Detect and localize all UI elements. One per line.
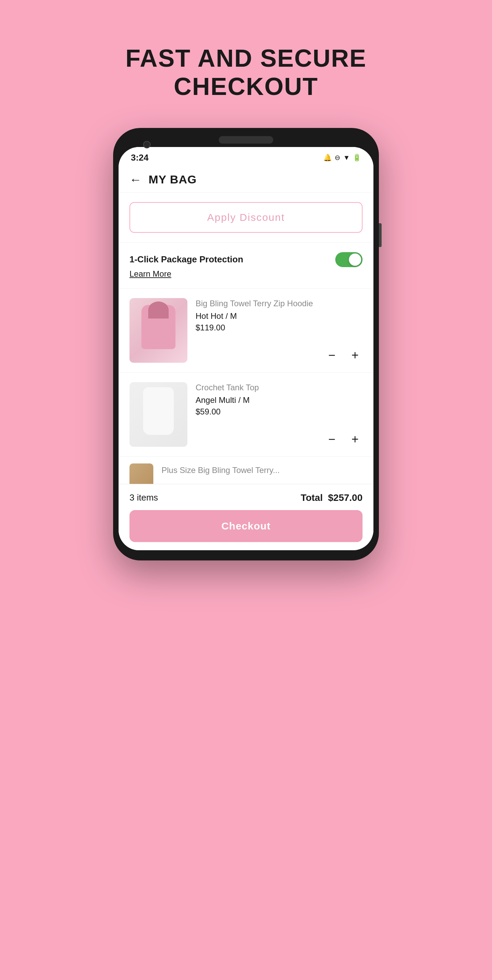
phone-speaker xyxy=(219,136,273,143)
phone-screen: 3:24 🔔 ⊖ ▼ 🔋 ← MY BAG Apply Discount 1-C… xyxy=(118,147,374,550)
discount-input[interactable]: Apply Discount xyxy=(129,202,363,233)
product-item-partial: Plus Size Big Bling Towel Terry... xyxy=(118,457,374,484)
page-title: FAST AND SECURE CHECKOUT xyxy=(125,44,366,101)
product-name: Big Bling Towel Terry Zip Hoodie xyxy=(196,298,363,309)
status-time: 3:24 xyxy=(131,153,149,163)
product-image-tank xyxy=(129,382,187,447)
product-name-partial: Plus Size Big Bling Towel Terry... xyxy=(161,466,280,475)
battery-icon: 🔋 xyxy=(353,153,361,162)
product-price: $59.00 xyxy=(196,407,363,417)
status-bar: 3:24 🔔 ⊖ ▼ 🔋 xyxy=(118,147,374,166)
product-variant: Angel Multi / M xyxy=(196,395,363,405)
qty-plus-button[interactable]: + xyxy=(348,348,363,363)
qty-minus-button[interactable]: − xyxy=(324,348,339,363)
signal-icon: ⊖ xyxy=(335,153,340,162)
product-qty: − + xyxy=(324,348,363,363)
product-variant: Hot Hot / M xyxy=(196,311,363,321)
checkout-button[interactable]: Checkout xyxy=(129,510,363,542)
protection-title: 1-Click Package Protection xyxy=(129,254,243,265)
product-item: Big Bling Towel Terry Zip Hoodie Hot Hot… xyxy=(118,288,374,372)
qty-plus-button[interactable]: + xyxy=(348,432,363,447)
back-button[interactable]: ← xyxy=(129,172,142,187)
wifi-icon: ▼ xyxy=(343,154,350,162)
phone-camera xyxy=(143,141,150,148)
product-name: Crochet Tank Top xyxy=(196,382,363,393)
learn-more-link[interactable]: Learn More xyxy=(129,269,363,279)
qty-minus-button[interactable]: − xyxy=(324,432,339,447)
phone-side-button xyxy=(379,223,382,247)
product-price: $119.00 xyxy=(196,323,363,332)
bottom-bar: 3 items Total $257.00 Checkout xyxy=(118,484,374,550)
product-image-partial xyxy=(129,463,153,484)
toggle-knob xyxy=(349,253,361,266)
product-image-hoodie xyxy=(129,298,187,363)
status-icons: 🔔 ⊖ ▼ 🔋 xyxy=(323,153,361,162)
phone-frame: 3:24 🔔 ⊖ ▼ 🔋 ← MY BAG Apply Discount 1-C… xyxy=(113,128,379,560)
product-qty: − + xyxy=(324,432,363,447)
product-list: Big Bling Towel Terry Zip Hoodie Hot Hot… xyxy=(118,288,374,484)
cart-total: Total $257.00 xyxy=(300,492,363,503)
cart-count: 3 items xyxy=(129,492,158,503)
protection-toggle[interactable] xyxy=(335,252,363,267)
product-item: Crochet Tank Top Angel Multi / M $59.00 … xyxy=(118,372,374,457)
protection-section: 1-Click Package Protection Learn More xyxy=(118,243,374,288)
header-title: MY BAG xyxy=(149,173,196,186)
cart-summary: 3 items Total $257.00 xyxy=(129,492,363,503)
vibrate-icon: 🔔 xyxy=(323,153,332,162)
protection-row: 1-Click Package Protection xyxy=(129,252,363,267)
discount-section: Apply Discount xyxy=(118,192,374,243)
phone-top-bar xyxy=(118,136,374,143)
app-header: ← MY BAG xyxy=(118,166,374,192)
